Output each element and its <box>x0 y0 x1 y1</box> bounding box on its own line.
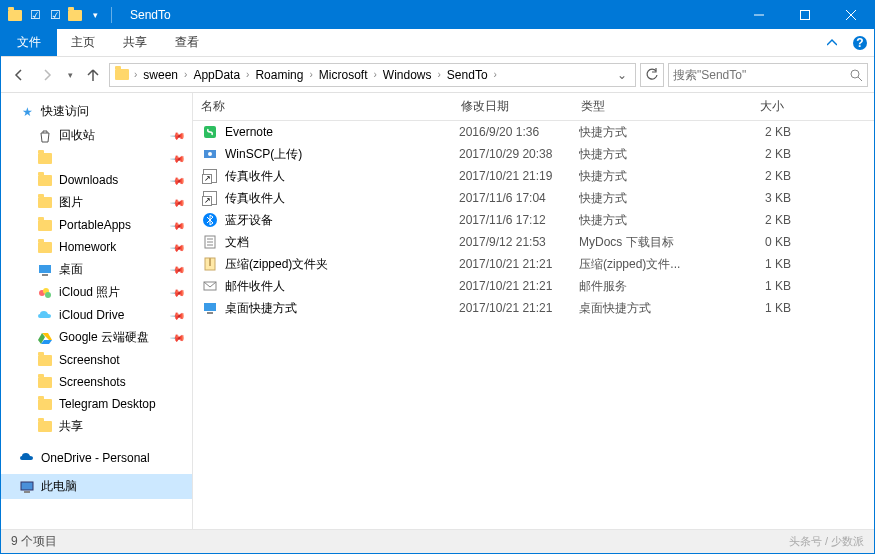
minimize-button[interactable] <box>736 1 782 29</box>
quick-access-toolbar: ☑ ☑ ▾ <box>1 7 122 23</box>
svg-rect-26 <box>204 303 216 311</box>
file-row[interactable]: 压缩(zipped)文件夹2017/10/21 21:21压缩(zipped)文… <box>193 253 874 275</box>
sidebar-item[interactable]: Screenshot <box>1 349 192 371</box>
chevron-right-icon[interactable]: › <box>244 69 251 80</box>
chevron-right-icon[interactable]: › <box>132 69 139 80</box>
titlebar: ☑ ☑ ▾ SendTo <box>1 1 874 29</box>
column-type[interactable]: 类型 <box>573 98 713 115</box>
quick-access-group[interactable]: ★ 快速访问 <box>1 99 192 124</box>
file-row[interactable]: Evernote2016/9/20 1:36快捷方式2 KB <box>193 121 874 143</box>
chevron-right-icon[interactable]: › <box>182 69 189 80</box>
bluetooth-icon <box>201 211 219 229</box>
file-row[interactable]: WinSCP(上传)2017/10/29 20:38快捷方式2 KB <box>193 143 874 165</box>
file-tab[interactable]: 文件 <box>1 29 57 56</box>
file-type: 快捷方式 <box>579 124 719 141</box>
file-date: 2017/10/21 21:21 <box>459 301 579 315</box>
folder-icon <box>7 7 23 23</box>
file-row[interactable]: 桌面快捷方式2017/10/21 21:21桌面快捷方式1 KB <box>193 297 874 319</box>
pin-icon: 📌 <box>170 150 186 166</box>
up-button[interactable] <box>81 63 105 87</box>
breadcrumb-segment[interactable]: sween <box>139 64 182 86</box>
file-name: 蓝牙设备 <box>225 212 459 229</box>
gdrive-icon <box>37 330 53 346</box>
qat-checkbox-icon[interactable]: ☑ <box>47 7 63 23</box>
column-name[interactable]: 名称 <box>193 98 453 115</box>
svg-rect-24 <box>209 258 211 266</box>
navigation-pane[interactable]: ★ 快速访问 回收站📌📌Downloads📌图片📌PortableApps📌Ho… <box>1 93 193 529</box>
file-type: 快捷方式 <box>579 212 719 229</box>
address-dropdown-icon[interactable]: ⌄ <box>611 68 633 82</box>
close-button[interactable] <box>828 1 874 29</box>
folder-icon <box>112 69 132 80</box>
sidebar-item[interactable]: 📌 <box>1 147 192 169</box>
pin-icon: 📌 <box>170 261 186 277</box>
search-input[interactable] <box>673 68 849 82</box>
file-list[interactable]: Evernote2016/9/20 1:36快捷方式2 KBWinSCP(上传)… <box>193 121 874 529</box>
help-button[interactable]: ? <box>846 29 874 56</box>
breadcrumb-segment[interactable]: Microsoft <box>315 64 372 86</box>
file-row[interactable]: 文档2017/9/12 21:53MyDocs 下载目标0 KB <box>193 231 874 253</box>
sidebar-item[interactable]: 图片📌 <box>1 191 192 214</box>
sidebar-item[interactable]: iCloud Drive📌 <box>1 304 192 326</box>
sidebar-item[interactable]: iCloud 照片📌 <box>1 281 192 304</box>
refresh-button[interactable] <box>640 63 664 87</box>
onedrive-group[interactable]: OneDrive - Personal <box>1 446 192 470</box>
ribbon-tab[interactable]: 查看 <box>161 29 213 56</box>
chevron-right-icon[interactable]: › <box>436 69 443 80</box>
svg-rect-27 <box>207 312 213 314</box>
column-date[interactable]: 修改日期 <box>453 98 573 115</box>
forward-button[interactable] <box>35 63 59 87</box>
chevron-right-icon[interactable]: › <box>307 69 314 80</box>
folder-icon <box>37 396 53 412</box>
file-size: 2 KB <box>719 169 791 183</box>
file-row[interactable]: 蓝牙设备2017/11/6 17:12快捷方式2 KB <box>193 209 874 231</box>
sidebar-item-label: Screenshot <box>59 353 120 367</box>
ribbon-collapse-icon[interactable] <box>818 29 846 56</box>
pin-icon: 📌 <box>170 217 186 233</box>
chevron-right-icon[interactable]: › <box>371 69 378 80</box>
search-icon[interactable] <box>849 68 863 82</box>
address-bar[interactable]: › sween›AppData›Roaming›Microsoft›Window… <box>109 63 636 87</box>
search-box[interactable] <box>668 63 868 87</box>
column-size[interactable]: 大小 <box>713 98 793 115</box>
file-row[interactable]: 邮件收件人2017/10/21 21:21邮件服务1 KB <box>193 275 874 297</box>
file-name: WinSCP(上传) <box>225 146 459 163</box>
breadcrumb-segment[interactable]: AppData <box>189 64 244 86</box>
file-date: 2017/11/6 17:04 <box>459 191 579 205</box>
fax-icon <box>201 189 219 207</box>
maximize-button[interactable] <box>782 1 828 29</box>
ribbon-tab[interactable]: 主页 <box>57 29 109 56</box>
breadcrumb-segment[interactable]: Windows <box>379 64 436 86</box>
qat-dropdown-icon[interactable]: ▾ <box>87 7 103 23</box>
sidebar-item[interactable]: Downloads📌 <box>1 169 192 191</box>
file-size: 1 KB <box>719 279 791 293</box>
recent-dropdown-icon[interactable]: ▾ <box>63 63 77 87</box>
winscp-icon <box>201 145 219 163</box>
file-name: 压缩(zipped)文件夹 <box>225 256 459 273</box>
file-row[interactable]: 传真收件人2017/11/6 17:04快捷方式3 KB <box>193 187 874 209</box>
file-row[interactable]: 传真收件人2017/10/21 21:19快捷方式2 KB <box>193 165 874 187</box>
svg-line-7 <box>858 77 862 81</box>
breadcrumb-segment[interactable]: Roaming <box>251 64 307 86</box>
sidebar-item[interactable]: PortableApps📌 <box>1 214 192 236</box>
sidebar-item[interactable]: 桌面📌 <box>1 258 192 281</box>
fax-icon <box>201 167 219 185</box>
sidebar-item[interactable]: Homework📌 <box>1 236 192 258</box>
back-button[interactable] <box>7 63 31 87</box>
sidebar-item[interactable]: 回收站📌 <box>1 124 192 147</box>
sidebar-item[interactable]: Telegram Desktop <box>1 393 192 415</box>
ribbon-tab[interactable]: 共享 <box>109 29 161 56</box>
sidebar-item[interactable]: Screenshots <box>1 371 192 393</box>
qat-checkbox-icon[interactable]: ☑ <box>27 7 43 23</box>
file-size: 2 KB <box>719 147 791 161</box>
folder-icon <box>37 195 53 211</box>
sidebar-item-label: Homework <box>59 240 116 254</box>
this-pc-group[interactable]: 此电脑 <box>1 474 192 499</box>
folder-icon <box>37 374 53 390</box>
sidebar-item[interactable]: Google 云端硬盘📌 <box>1 326 192 349</box>
recycle-icon <box>37 128 53 144</box>
breadcrumb-segment[interactable]: SendTo <box>443 64 492 86</box>
desktop-icon <box>37 262 53 278</box>
sidebar-item[interactable]: 共享 <box>1 415 192 438</box>
chevron-right-icon[interactable]: › <box>492 69 499 80</box>
